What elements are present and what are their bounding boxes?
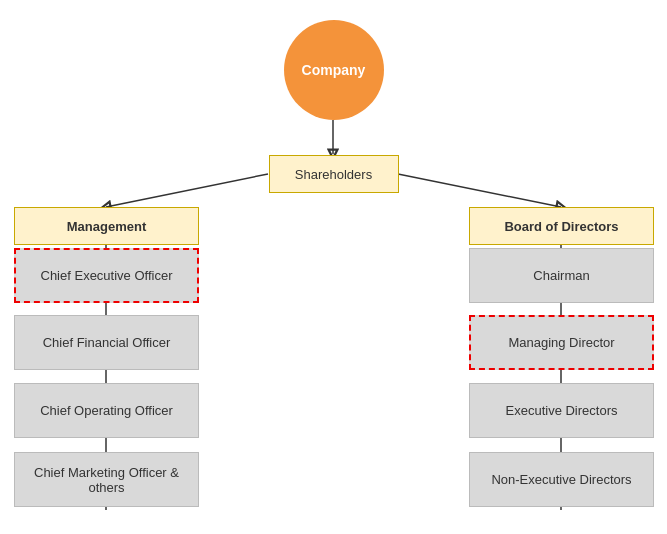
cmo-box: Chief Marketing Officer & others bbox=[14, 452, 199, 507]
board-header: Board of Directors bbox=[469, 207, 654, 245]
shareholders-node: Shareholders bbox=[269, 155, 399, 193]
chairman-box: Chairman bbox=[469, 248, 654, 303]
ceo-label: Chief Executive Officer bbox=[41, 268, 173, 283]
management-header-label: Management bbox=[67, 219, 146, 234]
coo-box: Chief Operating Officer bbox=[14, 383, 199, 438]
coo-label: Chief Operating Officer bbox=[40, 403, 173, 418]
ceo-box: Chief Executive Officer bbox=[14, 248, 199, 303]
ed-box: Executive Directors bbox=[469, 383, 654, 438]
md-box: Managing Director bbox=[469, 315, 654, 370]
company-node: Company bbox=[284, 20, 384, 120]
management-header: Management bbox=[14, 207, 199, 245]
md-label: Managing Director bbox=[508, 335, 614, 350]
cmo-label: Chief Marketing Officer & others bbox=[15, 465, 198, 495]
shareholders-label: Shareholders bbox=[295, 167, 372, 182]
cfo-box: Chief Financial Officer bbox=[14, 315, 199, 370]
ned-box: Non-Executive Directors bbox=[469, 452, 654, 507]
cfo-label: Chief Financial Officer bbox=[43, 335, 171, 350]
company-label: Company bbox=[302, 62, 366, 78]
svg-line-2 bbox=[398, 174, 561, 207]
org-chart: Company Shareholders Management Board of… bbox=[0, 0, 667, 534]
ned-label: Non-Executive Directors bbox=[491, 472, 631, 487]
board-header-label: Board of Directors bbox=[504, 219, 618, 234]
ed-label: Executive Directors bbox=[506, 403, 618, 418]
svg-line-1 bbox=[106, 174, 268, 207]
chairman-label: Chairman bbox=[533, 268, 589, 283]
